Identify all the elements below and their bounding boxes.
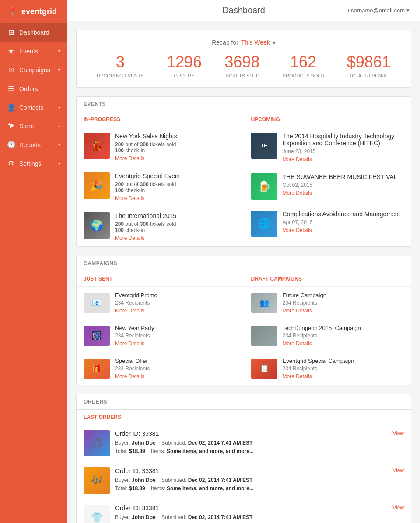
- chevron-down-icon: ▾: [58, 67, 60, 72]
- sidebar-item-campaigns[interactable]: ✉ Campaigns ▾: [0, 60, 67, 79]
- campaigns-section-body: JUST SENT 📧 Eventgrid Promo 234 Recipien…: [77, 271, 411, 385]
- stat-revenue: $9861 TOTAL REVENUE: [347, 53, 391, 78]
- event-checkin: 100 check-in: [115, 227, 237, 233]
- just-sent-header: JUST SENT: [77, 271, 244, 287]
- order-info: Order ID: 33381 Buyer: John Doe Submitte…: [115, 505, 387, 523]
- event-item: 🌍 The International 2015 200 out of 300 …: [77, 207, 244, 246]
- events-section-body: IN-PROGRESS 💃 New York Salsa Nights 200 …: [77, 112, 411, 246]
- sidebar-label-events: Events: [19, 48, 38, 55]
- sidebar-item-store[interactable]: 🛍 Store ▾: [0, 117, 67, 135]
- order-total: Total: $18.39 Items: Some items, and mor…: [115, 484, 387, 493]
- more-details-link[interactable]: More Details: [115, 340, 237, 347]
- campaign-info: Eventgrid Special Campaign 234 Recipient…: [283, 358, 404, 379]
- event-info: Complications Avoidance and Management A…: [283, 211, 404, 233]
- order-meta: Buyer: John Doe Submitted: Dec 02, 2014 …: [115, 513, 387, 522]
- more-details-link[interactable]: More Details: [115, 155, 237, 161]
- chevron-down-icon: ▾: [58, 161, 60, 166]
- chevron-down-icon: ▾: [58, 142, 60, 147]
- dashboard-icon: ⊞: [7, 28, 15, 36]
- user-dropdown-icon: ▾: [406, 7, 410, 14]
- more-details-link[interactable]: More Details: [115, 195, 237, 201]
- recap-dropdown-icon[interactable]: ▾: [273, 39, 276, 46]
- sidebar-item-settings[interactable]: ⚙ Settings ▾: [0, 154, 67, 173]
- events-section: EVENTS IN-PROGRESS 💃 New York Salsa Nigh…: [76, 96, 411, 247]
- order-item: 👕 Order ID: 33381 Buyer: John Doe Submit…: [77, 499, 411, 523]
- sidebar-item-events[interactable]: ★ Events ▾: [0, 42, 67, 60]
- mail-icon: ✉: [7, 66, 15, 74]
- topbar: Dashboard username@email.com ▾: [67, 0, 420, 21]
- event-info: New York Salsa Nights 200 out of 300 tic…: [115, 133, 237, 161]
- sidebar-label-settings: Settings: [19, 160, 42, 167]
- event-info: THE SUWANEE BEER MUSIC FESTIVAL Oct 02, …: [283, 173, 404, 196]
- star-icon: ★: [7, 47, 15, 55]
- more-details-link[interactable]: More Details: [283, 373, 404, 379]
- event-date: Oct 02, 2015: [283, 182, 404, 188]
- event-thumb: 🍺: [251, 173, 277, 200]
- more-details-link[interactable]: More Details: [283, 190, 404, 196]
- more-details-link[interactable]: More Details: [283, 156, 404, 162]
- event-item: 🎉 Eventgrid Special Event 200 out of 300…: [77, 167, 244, 207]
- event-thumb: 🌐: [251, 211, 277, 237]
- event-name: New York Salsa Nights: [115, 133, 237, 140]
- sidebar-item-orders[interactable]: ☰ Orders: [0, 79, 67, 98]
- more-details-link[interactable]: More Details: [115, 235, 237, 241]
- chevron-down-icon: ▾: [58, 49, 60, 53]
- sidebar-item-reports[interactable]: 🕐 Reports ▾: [0, 135, 67, 154]
- event-name: Complications Avoidance and Management: [283, 211, 404, 218]
- person-icon: 👤: [7, 103, 15, 112]
- order-thumb: 👕: [84, 505, 110, 523]
- stat-upcoming-events: 3 UPCOMING EVENTS: [97, 53, 144, 78]
- order-thumb: 🎵: [84, 430, 110, 456]
- campaign-info: Future Campaign 234 Recipients More Deta…: [283, 292, 404, 314]
- campaign-item: 👥 Future Campaign 234 Recipients More De…: [244, 287, 411, 319]
- campaign-recipients: 234 Recipients: [283, 365, 404, 372]
- more-details-link[interactable]: More Details: [283, 340, 404, 347]
- campaign-thumb: 🎆: [84, 326, 110, 346]
- gear-icon: ⚙: [7, 159, 15, 168]
- sidebar: 📍 eventgrid ⊞ Dashboard ★ Events ▾ ✉ Cam…: [0, 0, 67, 523]
- logo-text: eventgrid: [21, 7, 57, 16]
- sidebar-label-contacts: Contacts: [19, 104, 43, 111]
- order-id: Order ID: 33381: [115, 467, 387, 474]
- order-item: 🎶 Order ID: 33381 Buyer: John Doe Submit…: [77, 462, 411, 499]
- order-total: Total: $18.39 Items: Some items, and mor…: [115, 447, 387, 456]
- stat-value-upcoming: 3: [97, 53, 144, 71]
- event-item: TE The 2014 Hospitality Industry Technol…: [244, 127, 411, 168]
- campaign-recipients: 234 Recipients: [283, 300, 404, 306]
- order-thumb: 🎶: [84, 467, 110, 494]
- stat-value-tickets: 3698: [224, 53, 259, 71]
- view-order-link[interactable]: View: [392, 430, 404, 436]
- event-thumb: 💃: [84, 133, 110, 159]
- more-details-link[interactable]: More Details: [115, 308, 237, 314]
- events-in-progress-col: IN-PROGRESS 💃 New York Salsa Nights 200 …: [77, 112, 244, 246]
- campaign-item: 📋 Eventgrid Special Campaign 234 Recipie…: [244, 352, 411, 385]
- campaign-item: 📧 Eventgrid Promo 234 Recipients More De…: [77, 287, 244, 319]
- stat-label-products: PRODUCTS SOLD: [283, 73, 324, 78]
- stat-value-orders: 1296: [167, 53, 202, 71]
- campaign-item: 🎁 Special Offer 234 Recipients More Deta…: [77, 352, 244, 385]
- stat-value-products: 162: [283, 53, 324, 71]
- events-upcoming-col: UPCOMING TE The 2014 Hospitality Industr…: [244, 112, 411, 246]
- event-tickets: 200 out of 300 tickets sold: [115, 141, 237, 147]
- user-menu[interactable]: username@email.com ▾: [348, 7, 410, 14]
- recap-card: Recap for This Week ▾ 3 UPCOMING EVENTS …: [76, 30, 411, 88]
- sidebar-item-dashboard[interactable]: ⊞ Dashboard: [0, 23, 67, 42]
- campaign-name: New Year Party: [115, 325, 237, 331]
- stat-orders: 1296 ORDERS: [167, 53, 202, 78]
- sidebar-item-contacts[interactable]: 👤 Contacts ▾: [0, 98, 67, 117]
- more-details-link[interactable]: More Details: [115, 373, 237, 379]
- view-order-link[interactable]: View: [392, 505, 404, 511]
- more-details-link[interactable]: More Details: [283, 308, 404, 314]
- view-order-link[interactable]: View: [392, 467, 404, 474]
- recap-period[interactable]: This Week: [241, 39, 270, 46]
- event-name: The 2014 Hospitality Industry Technology…: [283, 133, 404, 147]
- campaign-recipients: 234 Recipients: [115, 300, 237, 306]
- event-info: The International 2015 200 out of 300 ti…: [115, 212, 237, 241]
- more-details-link[interactable]: More Details: [283, 227, 404, 233]
- clock-icon: 🕐: [7, 140, 15, 149]
- stat-label-revenue: TOTAL REVENUE: [347, 73, 391, 78]
- app-logo[interactable]: 📍 eventgrid: [0, 0, 67, 23]
- campaign-info: TechDungeon 2015. Campaign 234 Recipient…: [283, 325, 404, 347]
- in-progress-header: IN-PROGRESS: [77, 112, 244, 127]
- stat-value-revenue: $9861: [347, 53, 391, 71]
